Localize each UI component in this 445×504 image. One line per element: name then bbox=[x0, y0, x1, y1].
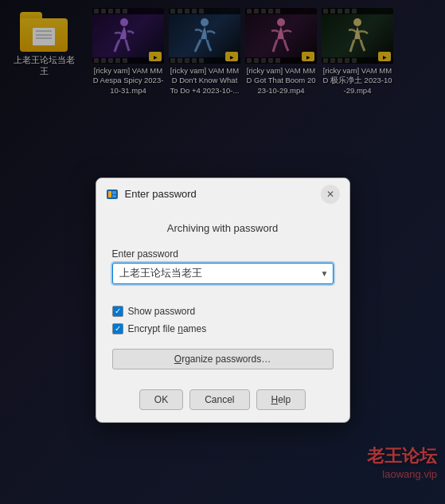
password-field-label: Enter password bbox=[112, 248, 334, 260]
encrypt-filenames-row[interactable]: Encrypt file names bbox=[112, 323, 334, 334]
help-button[interactable]: Help bbox=[256, 389, 306, 410]
show-password-row[interactable]: Show password bbox=[112, 306, 334, 317]
dialog-footer: OK Cancel Help bbox=[96, 381, 349, 422]
watermark-text-chinese: 老王论坛 bbox=[367, 444, 437, 468]
watermark-text-url: laowang.vip bbox=[367, 468, 437, 480]
dialog-body: Archiving with password Enter password ▼… bbox=[96, 210, 349, 381]
organize-passwords-button[interactable]: Organize passwords… bbox=[112, 349, 334, 369]
spacer bbox=[112, 294, 334, 306]
show-password-checkbox[interactable] bbox=[112, 306, 123, 317]
show-password-label: Show password bbox=[128, 306, 196, 317]
password-input[interactable] bbox=[112, 263, 334, 284]
encrypt-filenames-label: Encrypt file names bbox=[128, 323, 207, 334]
winrar-icon bbox=[106, 188, 119, 201]
password-field-group: Enter password ▼ bbox=[112, 248, 334, 284]
password-dialog: Enter password ✕ Archiving with password… bbox=[96, 178, 350, 423]
ok-button[interactable]: OK bbox=[139, 389, 183, 410]
cancel-button[interactable]: Cancel bbox=[189, 389, 249, 410]
dialog-titlebar: Enter password ✕ bbox=[96, 178, 349, 210]
watermark: 老王论坛 laowang.vip bbox=[367, 444, 437, 480]
password-input-wrap: ▼ bbox=[112, 263, 334, 284]
encrypt-filenames-checkbox[interactable] bbox=[112, 323, 123, 334]
dialog-overlay: Enter password ✕ Archiving with password… bbox=[0, 0, 445, 504]
svg-rect-5 bbox=[108, 191, 111, 197]
dialog-subtitle: Archiving with password bbox=[112, 222, 334, 234]
desktop: 上老王论坛当老王 bbox=[0, 0, 445, 504]
svg-rect-7 bbox=[112, 195, 116, 197]
dialog-close-button[interactable]: ✕ bbox=[321, 185, 340, 204]
dialog-title: Enter password bbox=[125, 188, 314, 200]
svg-rect-6 bbox=[112, 191, 116, 194]
